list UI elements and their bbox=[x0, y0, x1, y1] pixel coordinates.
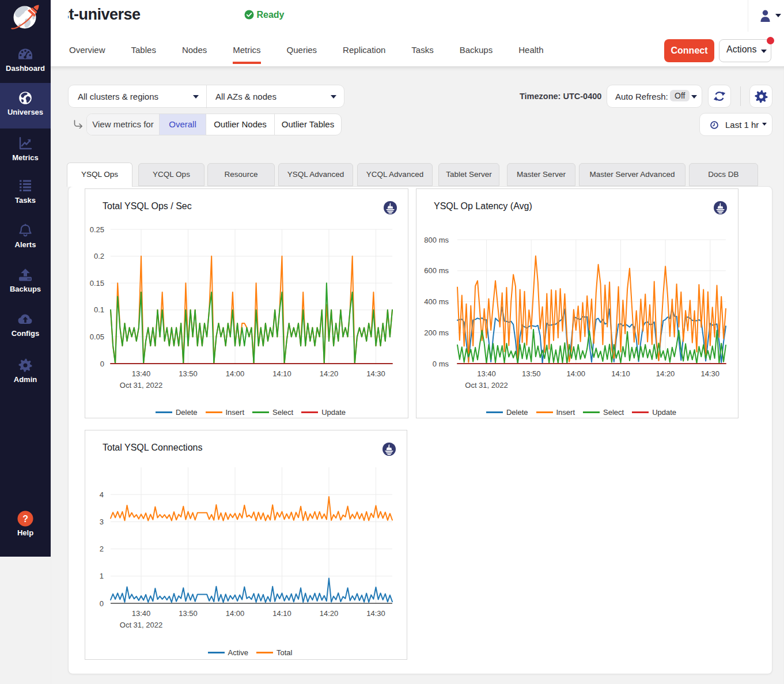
svg-text:600 ms: 600 ms bbox=[424, 266, 449, 275]
svg-text:13:40: 13:40 bbox=[132, 609, 151, 618]
svg-text:?: ? bbox=[22, 514, 28, 524]
svg-text:13:50: 13:50 bbox=[179, 369, 198, 378]
svg-text:13:40: 13:40 bbox=[132, 369, 151, 378]
svg-text:13:50: 13:50 bbox=[179, 609, 198, 618]
svg-text:14:20: 14:20 bbox=[320, 369, 339, 378]
svg-text:0.1: 0.1 bbox=[94, 305, 104, 314]
svg-text:14:10: 14:10 bbox=[272, 609, 291, 618]
svg-text:13:50: 13:50 bbox=[522, 369, 541, 378]
svg-text:400 ms: 400 ms bbox=[424, 297, 449, 306]
svg-text:14:20: 14:20 bbox=[320, 609, 339, 618]
svg-text:14:20: 14:20 bbox=[656, 369, 675, 378]
svg-text:0: 0 bbox=[100, 599, 104, 608]
svg-text:14:30: 14:30 bbox=[366, 369, 385, 378]
svg-text:14:10: 14:10 bbox=[272, 369, 291, 378]
svg-text:Oct 31, 2022: Oct 31, 2022 bbox=[120, 621, 162, 629]
svg-text:0 ms: 0 ms bbox=[433, 360, 449, 368]
svg-text:3: 3 bbox=[100, 517, 104, 526]
svg-text:14:00: 14:00 bbox=[226, 369, 245, 378]
svg-text:200 ms: 200 ms bbox=[424, 328, 449, 337]
svg-text:14:30: 14:30 bbox=[366, 609, 385, 618]
svg-text:2: 2 bbox=[100, 545, 104, 553]
svg-text:0.2: 0.2 bbox=[94, 252, 104, 260]
svg-text:0.05: 0.05 bbox=[90, 332, 104, 341]
svg-text:Oct 31, 2022: Oct 31, 2022 bbox=[120, 381, 162, 390]
svg-text:14:10: 14:10 bbox=[611, 369, 630, 378]
svg-text:4: 4 bbox=[100, 490, 104, 499]
svg-text:14:00: 14:00 bbox=[567, 369, 586, 378]
svg-text:0.25: 0.25 bbox=[90, 225, 104, 234]
svg-text:13:40: 13:40 bbox=[477, 369, 496, 378]
svg-text:14:30: 14:30 bbox=[701, 369, 720, 378]
svg-text:0.15: 0.15 bbox=[90, 279, 104, 288]
svg-text:1: 1 bbox=[100, 572, 104, 580]
svg-text:14:00: 14:00 bbox=[226, 609, 245, 618]
svg-text:Oct 31, 2022: Oct 31, 2022 bbox=[465, 381, 507, 390]
svg-text:0: 0 bbox=[100, 360, 104, 368]
svg-text:800 ms: 800 ms bbox=[424, 236, 449, 244]
